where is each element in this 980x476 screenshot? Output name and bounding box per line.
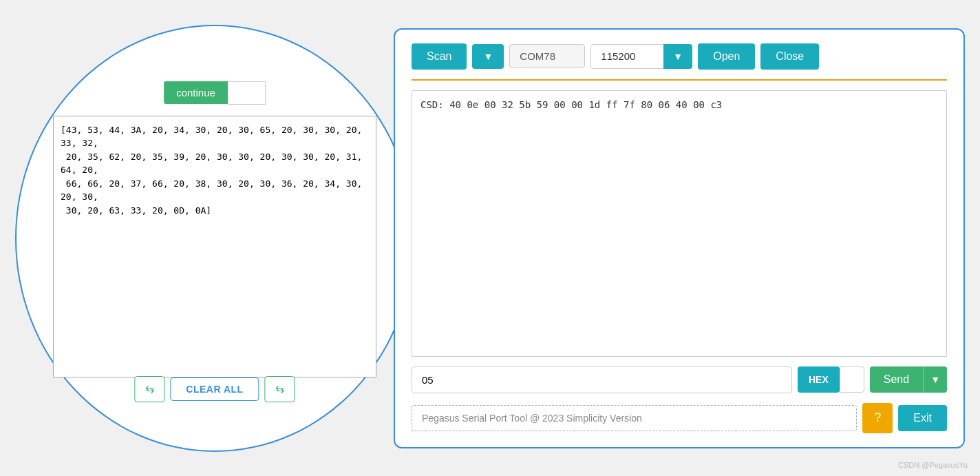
baud-dropdown[interactable]: ▼ xyxy=(663,44,692,69)
send-button[interactable]: Send xyxy=(870,366,923,393)
scan-dropdown-arrow: ▼ xyxy=(483,51,493,62)
hex-group: HEX xyxy=(798,366,864,393)
baud-group: ▼ xyxy=(590,44,692,69)
left-icon-button[interactable]: ⇆ xyxy=(134,376,164,402)
bottom-row: Pegasus Serial Port Tool @ 2023 Simplici… xyxy=(412,403,947,433)
data-textarea[interactable]: [43, 53, 44, 3A, 20, 34, 30, 20, 30, 65,… xyxy=(53,116,376,377)
output-content: CSD: 40 0e 00 32 5b 59 00 00 1d ff 7f 80… xyxy=(420,99,722,110)
hex-input[interactable] xyxy=(840,366,864,393)
help-icon: ? xyxy=(874,411,881,425)
send-input[interactable] xyxy=(412,366,792,393)
bottom-buttons: ⇆ CLEAR ALL ⇆ xyxy=(134,376,295,402)
help-button[interactable]: ? xyxy=(862,403,893,433)
continue-row: continue xyxy=(164,81,266,105)
send-row: HEX Send ▼ xyxy=(412,366,947,393)
right-icon-button[interactable]: ⇆ xyxy=(265,376,295,402)
open-button[interactable]: Open xyxy=(698,43,755,70)
left-panel: continue [43, 53, 44, 3A, 20, 34, 30, 20… xyxy=(15,25,414,452)
close-button[interactable]: Close xyxy=(760,43,819,70)
output-area: CSD: 40 0e 00 32 5b 59 00 00 1d ff 7f 80… xyxy=(412,90,947,357)
right-panel: Scan ▼ ▼ Open Close CSD: 40 0e 00 32 5b … xyxy=(394,28,965,448)
watermark: CSDN @PegasusYu xyxy=(898,461,968,469)
baud-dropdown-arrow: ▼ xyxy=(673,51,683,62)
baud-rate-input[interactable] xyxy=(590,44,666,69)
status-text: Pegasus Serial Port Tool @ 2023 Simplici… xyxy=(412,405,857,431)
exit-button[interactable]: Exit xyxy=(898,405,947,431)
continue-input[interactable] xyxy=(228,81,266,105)
scan-dropdown[interactable]: ▼ xyxy=(472,44,504,69)
filter-left-icon: ⇆ xyxy=(145,382,154,395)
hex-button[interactable]: HEX xyxy=(798,366,840,393)
continue-button[interactable]: continue xyxy=(164,81,228,104)
scan-button[interactable]: Scan xyxy=(412,43,467,70)
toolbar: Scan ▼ ▼ Open Close xyxy=(412,43,947,81)
send-group: Send ▼ xyxy=(870,366,947,393)
clear-all-button[interactable]: CLEAR ALL xyxy=(170,377,259,401)
com-port-input[interactable] xyxy=(509,44,585,68)
filter-right-icon: ⇆ xyxy=(275,382,284,395)
send-dropdown-arrow: ▼ xyxy=(930,374,940,385)
send-dropdown[interactable]: ▼ xyxy=(923,366,947,393)
